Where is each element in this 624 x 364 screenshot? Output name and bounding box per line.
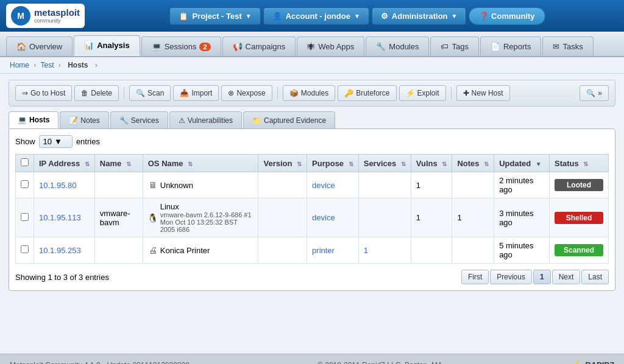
content-area: ⇒ Go to Host 🗑 Delete 🔍 Scan 📥 Import ⊗ … [0, 74, 624, 354]
row2-os-cell: 🐧 Linux vmware-bavm 2.6.12-9-686 #1 Mon … [143, 198, 258, 237]
row1-os-area: 🖥 Unknown [148, 180, 254, 190]
last-page-button[interactable]: Last [581, 270, 609, 284]
first-page-button[interactable]: First [461, 270, 489, 284]
import-button[interactable]: 📥 Import [173, 85, 219, 101]
tab-overview[interactable]: 🏠 Overview [6, 37, 73, 56]
project-nav-item[interactable]: 📋 Project - Test ▼ [169, 7, 260, 25]
tasks-label: Tasks [562, 42, 583, 51]
table-container: Show 10 ▼ entries IP Address ⇅ Na [9, 128, 615, 291]
inner-tab-services[interactable]: 🔧 Services [110, 111, 168, 128]
community-button[interactable]: ❓ Community [469, 7, 545, 25]
row3-cb-cell[interactable] [16, 237, 34, 264]
logo-box: M metasploit community [6, 4, 85, 28]
row3-checkbox[interactable] [21, 245, 29, 253]
previous-page-button[interactable]: Previous [490, 270, 532, 284]
entries-dropdown-icon: ▼ [54, 137, 62, 146]
modules-button[interactable]: 📦 Modules [283, 85, 335, 101]
row1-ip-link[interactable]: 10.1.95.80 [39, 181, 76, 190]
breadcrumb-test[interactable]: Test [40, 61, 54, 69]
inner-tab-hosts[interactable]: 💻 Hosts [9, 111, 58, 128]
sessions-badge: 2 [199, 43, 210, 51]
bruteforce-button[interactable]: 🔑 Bruteforce [338, 85, 396, 101]
row2-checkbox[interactable] [21, 213, 29, 221]
row3-purpose-link[interactable]: printer [312, 246, 335, 255]
row2-status-badge: Shelled [555, 212, 603, 224]
tab-tags[interactable]: 🏷 Tags [430, 37, 478, 56]
header-version[interactable]: Version ⇅ [258, 155, 307, 172]
bruteforce-icon: 🔑 [344, 89, 353, 97]
header-purpose[interactable]: Purpose ⇅ [307, 155, 359, 172]
tab-analysis[interactable]: 📊 Analysis [74, 35, 140, 56]
row2-purpose-link[interactable]: device [312, 213, 335, 222]
copyright-label: © 2010-2011 Rapid7 LLC, Boston, MA [317, 361, 442, 365]
header-notes-label: Notes [457, 159, 479, 168]
purpose-sort-icon: ⇅ [349, 161, 353, 167]
header-ip[interactable]: IP Address ⇅ [34, 155, 95, 172]
services-tab-label: Services [131, 116, 159, 125]
row1-purpose-link[interactable]: device [312, 181, 335, 190]
header-updated[interactable]: Updated ▼ [494, 155, 550, 172]
tab-modules[interactable]: 🔧 Modules [366, 37, 429, 56]
row1-checkbox[interactable] [21, 180, 29, 188]
table-header-row: IP Address ⇅ Name ⇅ OS Name ⇅ Version ⇅ [16, 155, 609, 172]
nexpose-button[interactable]: ⊗ Nexpose [221, 85, 272, 101]
next-page-button[interactable]: Next [552, 270, 581, 284]
entries-select[interactable]: 10 ▼ [39, 135, 73, 148]
header-vulns-label: Vulns [416, 159, 438, 168]
scan-button[interactable]: 🔍 Scan [129, 85, 171, 101]
delete-icon: 🗑 [81, 89, 88, 97]
delete-label: Delete [91, 89, 112, 97]
inner-tab-vulnerabilities[interactable]: ⚠ Vulnerabilities [169, 111, 242, 128]
tab-campaigns[interactable]: 📢 Campaigns [222, 37, 296, 56]
entries-label: entries [76, 137, 100, 146]
search-button[interactable]: 🔍 » [580, 85, 609, 101]
row1-version-cell [258, 172, 307, 198]
toolbar: ⇒ Go to Host 🗑 Delete 🔍 Scan 📥 Import ⊗ … [9, 80, 615, 107]
row3-os-area: 🖨 Konica Printer [148, 245, 254, 255]
webapps-icon: 🕷 [307, 42, 315, 51]
breadcrumb-home[interactable]: Home [10, 61, 29, 69]
logo-text-area: metasploit community [34, 8, 80, 24]
header-notes[interactable]: Notes ⇅ [452, 155, 494, 172]
vulns-sort-icon: ⇅ [442, 161, 447, 167]
tab-sessions[interactable]: 💻 Sessions 2 [141, 37, 221, 56]
tab-reports[interactable]: 📄 Reports [480, 37, 542, 56]
row2-ip-link[interactable]: 10.1.95.113 [39, 213, 81, 222]
row3-ip-link[interactable]: 10.1.95.253 [39, 246, 81, 255]
row2-os-area: 🐧 Linux vmware-bavm 2.6.12-9-686 #1 Mon … [148, 202, 254, 233]
row1-services-cell [358, 172, 411, 198]
tab-webapps[interactable]: 🕷 Web Apps [297, 37, 364, 56]
header-vulns[interactable]: Vulns ⇅ [411, 155, 452, 172]
row3-services-link[interactable]: 1 [364, 246, 368, 255]
row2-updated-cell: 3 minutes ago [494, 198, 550, 237]
community-label: Community [491, 12, 535, 21]
delete-button[interactable]: 🗑 Delete [74, 85, 119, 101]
select-all-checkbox[interactable] [21, 158, 29, 166]
header-os[interactable]: OS Name ⇅ [143, 155, 258, 172]
row2-cb-cell[interactable] [16, 198, 34, 237]
row1-cb-cell[interactable] [16, 172, 34, 198]
rapid7-brand: RAPID7 [585, 360, 614, 364]
header-cb[interactable] [16, 155, 34, 172]
modules-label: Modules [301, 89, 328, 97]
goto-host-icon: ⇒ [22, 89, 28, 97]
row3-ip-cell: 10.1.95.253 [34, 237, 95, 264]
account-nav-item[interactable]: 👤 Account - jondoe ▼ [263, 7, 369, 25]
tasks-icon: ✉ [553, 42, 559, 51]
header-services[interactable]: Services ⇅ [358, 155, 411, 172]
goto-host-button[interactable]: ⇒ Go to Host [15, 85, 72, 101]
tab-tasks[interactable]: ✉ Tasks [542, 37, 593, 56]
current-page-button[interactable]: 1 [533, 270, 551, 284]
header-name[interactable]: Name ⇅ [94, 155, 143, 172]
exploit-button[interactable]: ⚡ Exploit [399, 85, 446, 101]
entries-value: 10 [43, 137, 52, 146]
inner-tab-notes[interactable]: 📝 Notes [60, 111, 108, 128]
toolbar-sep1 [124, 87, 124, 99]
table-row: 10.1.95.253 🖨 Konica Printer printer [16, 237, 609, 264]
administration-nav-item[interactable]: ⚙ Administration ▼ [372, 7, 467, 25]
new-host-button[interactable]: ✚ New Host [456, 85, 510, 101]
inner-tab-captured-evidence[interactable]: 📁 Captured Evidence [243, 111, 335, 128]
breadcrumb-sep2: › [58, 61, 61, 69]
row1-updated-cell: 2 minutes ago [494, 172, 550, 198]
header-status[interactable]: Status ⇅ [549, 155, 608, 172]
